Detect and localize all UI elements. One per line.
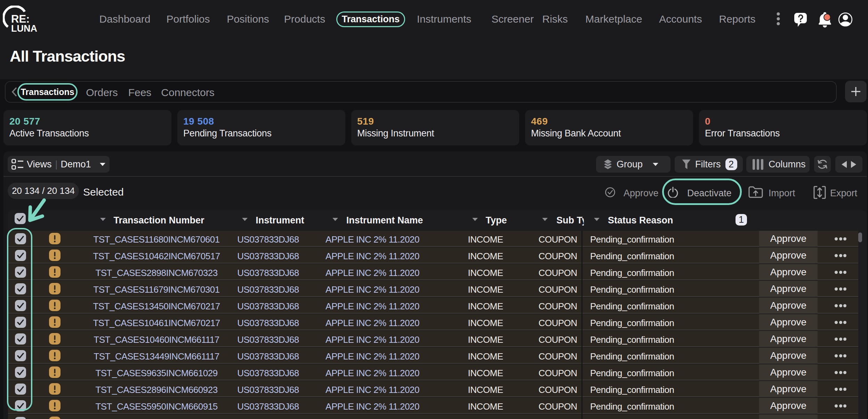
svg-text:LUNA: LUNA — [11, 23, 37, 34]
